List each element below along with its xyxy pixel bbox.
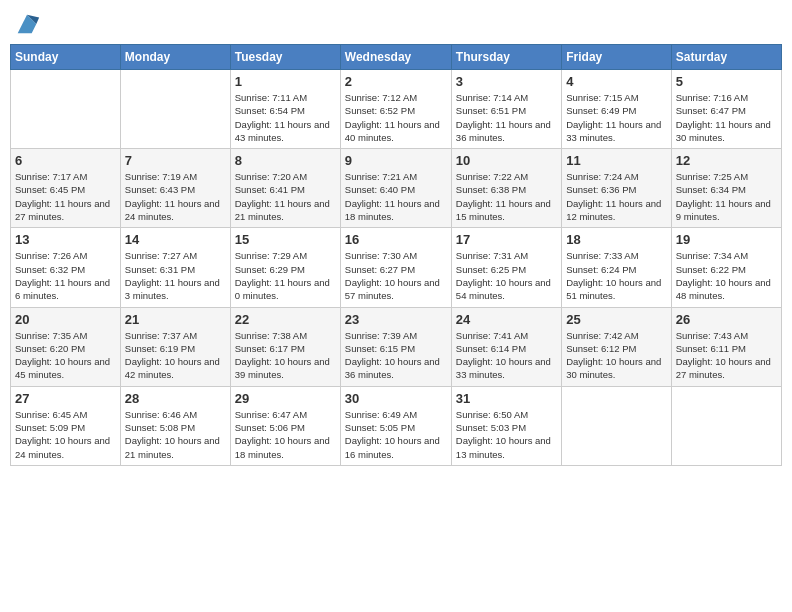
day-info: Sunrise: 7:26 AMSunset: 6:32 PMDaylight:… [15,249,116,302]
day-number: 7 [125,153,226,168]
calendar-week-row: 27Sunrise: 6:45 AMSunset: 5:09 PMDayligh… [11,386,782,465]
calendar-cell [671,386,781,465]
day-number: 6 [15,153,116,168]
calendar-cell: 22Sunrise: 7:38 AMSunset: 6:17 PMDayligh… [230,307,340,386]
day-number: 9 [345,153,447,168]
day-number: 18 [566,232,666,247]
day-info: Sunrise: 7:30 AMSunset: 6:27 PMDaylight:… [345,249,447,302]
calendar-cell: 20Sunrise: 7:35 AMSunset: 6:20 PMDayligh… [11,307,121,386]
page-header [10,10,782,38]
day-info: Sunrise: 7:41 AMSunset: 6:14 PMDaylight:… [456,329,557,382]
day-number: 23 [345,312,447,327]
day-info: Sunrise: 6:50 AMSunset: 5:03 PMDaylight:… [456,408,557,461]
day-info: Sunrise: 7:39 AMSunset: 6:15 PMDaylight:… [345,329,447,382]
day-info: Sunrise: 7:21 AMSunset: 6:40 PMDaylight:… [345,170,447,223]
day-number: 19 [676,232,777,247]
day-info: Sunrise: 7:20 AMSunset: 6:41 PMDaylight:… [235,170,336,223]
day-number: 14 [125,232,226,247]
day-number: 22 [235,312,336,327]
calendar-cell: 13Sunrise: 7:26 AMSunset: 6:32 PMDayligh… [11,228,121,307]
calendar-cell: 25Sunrise: 7:42 AMSunset: 6:12 PMDayligh… [562,307,671,386]
day-info: Sunrise: 7:11 AMSunset: 6:54 PMDaylight:… [235,91,336,144]
weekday-header: Saturday [671,45,781,70]
calendar-cell: 7Sunrise: 7:19 AMSunset: 6:43 PMDaylight… [120,149,230,228]
calendar-cell: 10Sunrise: 7:22 AMSunset: 6:38 PMDayligh… [451,149,561,228]
calendar-table: SundayMondayTuesdayWednesdayThursdayFrid… [10,44,782,466]
day-number: 21 [125,312,226,327]
day-info: Sunrise: 7:38 AMSunset: 6:17 PMDaylight:… [235,329,336,382]
day-info: Sunrise: 7:16 AMSunset: 6:47 PMDaylight:… [676,91,777,144]
day-info: Sunrise: 7:12 AMSunset: 6:52 PMDaylight:… [345,91,447,144]
logo [10,10,41,38]
day-info: Sunrise: 7:34 AMSunset: 6:22 PMDaylight:… [676,249,777,302]
day-info: Sunrise: 7:24 AMSunset: 6:36 PMDaylight:… [566,170,666,223]
day-number: 25 [566,312,666,327]
weekday-header: Friday [562,45,671,70]
calendar-cell: 12Sunrise: 7:25 AMSunset: 6:34 PMDayligh… [671,149,781,228]
day-info: Sunrise: 7:14 AMSunset: 6:51 PMDaylight:… [456,91,557,144]
day-number: 20 [15,312,116,327]
day-info: Sunrise: 6:47 AMSunset: 5:06 PMDaylight:… [235,408,336,461]
calendar-cell: 5Sunrise: 7:16 AMSunset: 6:47 PMDaylight… [671,70,781,149]
day-info: Sunrise: 7:33 AMSunset: 6:24 PMDaylight:… [566,249,666,302]
day-number: 30 [345,391,447,406]
calendar-cell: 29Sunrise: 6:47 AMSunset: 5:06 PMDayligh… [230,386,340,465]
day-number: 28 [125,391,226,406]
day-info: Sunrise: 7:31 AMSunset: 6:25 PMDaylight:… [456,249,557,302]
day-info: Sunrise: 7:29 AMSunset: 6:29 PMDaylight:… [235,249,336,302]
day-info: Sunrise: 6:45 AMSunset: 5:09 PMDaylight:… [15,408,116,461]
day-number: 31 [456,391,557,406]
logo-icon [13,10,41,38]
day-info: Sunrise: 6:46 AMSunset: 5:08 PMDaylight:… [125,408,226,461]
day-number: 27 [15,391,116,406]
day-number: 10 [456,153,557,168]
calendar-cell: 15Sunrise: 7:29 AMSunset: 6:29 PMDayligh… [230,228,340,307]
day-info: Sunrise: 7:19 AMSunset: 6:43 PMDaylight:… [125,170,226,223]
calendar-cell [11,70,121,149]
day-number: 29 [235,391,336,406]
calendar-cell: 11Sunrise: 7:24 AMSunset: 6:36 PMDayligh… [562,149,671,228]
day-number: 26 [676,312,777,327]
day-info: Sunrise: 7:35 AMSunset: 6:20 PMDaylight:… [15,329,116,382]
weekday-header: Wednesday [340,45,451,70]
calendar-cell: 17Sunrise: 7:31 AMSunset: 6:25 PMDayligh… [451,228,561,307]
calendar-cell: 19Sunrise: 7:34 AMSunset: 6:22 PMDayligh… [671,228,781,307]
weekday-header: Tuesday [230,45,340,70]
calendar-cell: 1Sunrise: 7:11 AMSunset: 6:54 PMDaylight… [230,70,340,149]
day-number: 3 [456,74,557,89]
day-info: Sunrise: 7:42 AMSunset: 6:12 PMDaylight:… [566,329,666,382]
calendar-cell: 9Sunrise: 7:21 AMSunset: 6:40 PMDaylight… [340,149,451,228]
calendar-cell: 4Sunrise: 7:15 AMSunset: 6:49 PMDaylight… [562,70,671,149]
calendar-cell [120,70,230,149]
day-info: Sunrise: 7:15 AMSunset: 6:49 PMDaylight:… [566,91,666,144]
calendar-cell: 6Sunrise: 7:17 AMSunset: 6:45 PMDaylight… [11,149,121,228]
calendar-cell: 2Sunrise: 7:12 AMSunset: 6:52 PMDaylight… [340,70,451,149]
calendar-cell: 24Sunrise: 7:41 AMSunset: 6:14 PMDayligh… [451,307,561,386]
weekday-header: Monday [120,45,230,70]
calendar-cell: 3Sunrise: 7:14 AMSunset: 6:51 PMDaylight… [451,70,561,149]
calendar-week-row: 1Sunrise: 7:11 AMSunset: 6:54 PMDaylight… [11,70,782,149]
calendar-week-row: 13Sunrise: 7:26 AMSunset: 6:32 PMDayligh… [11,228,782,307]
day-info: Sunrise: 7:25 AMSunset: 6:34 PMDaylight:… [676,170,777,223]
day-number: 24 [456,312,557,327]
calendar-cell: 8Sunrise: 7:20 AMSunset: 6:41 PMDaylight… [230,149,340,228]
calendar-week-row: 6Sunrise: 7:17 AMSunset: 6:45 PMDaylight… [11,149,782,228]
day-number: 17 [456,232,557,247]
day-number: 8 [235,153,336,168]
day-number: 4 [566,74,666,89]
day-info: Sunrise: 7:27 AMSunset: 6:31 PMDaylight:… [125,249,226,302]
calendar-cell: 26Sunrise: 7:43 AMSunset: 6:11 PMDayligh… [671,307,781,386]
calendar-cell: 18Sunrise: 7:33 AMSunset: 6:24 PMDayligh… [562,228,671,307]
day-number: 2 [345,74,447,89]
day-number: 1 [235,74,336,89]
day-number: 11 [566,153,666,168]
calendar-cell: 14Sunrise: 7:27 AMSunset: 6:31 PMDayligh… [120,228,230,307]
weekday-header: Sunday [11,45,121,70]
day-info: Sunrise: 7:37 AMSunset: 6:19 PMDaylight:… [125,329,226,382]
day-number: 16 [345,232,447,247]
calendar-cell [562,386,671,465]
day-number: 12 [676,153,777,168]
day-number: 5 [676,74,777,89]
weekday-header-row: SundayMondayTuesdayWednesdayThursdayFrid… [11,45,782,70]
calendar-cell: 23Sunrise: 7:39 AMSunset: 6:15 PMDayligh… [340,307,451,386]
